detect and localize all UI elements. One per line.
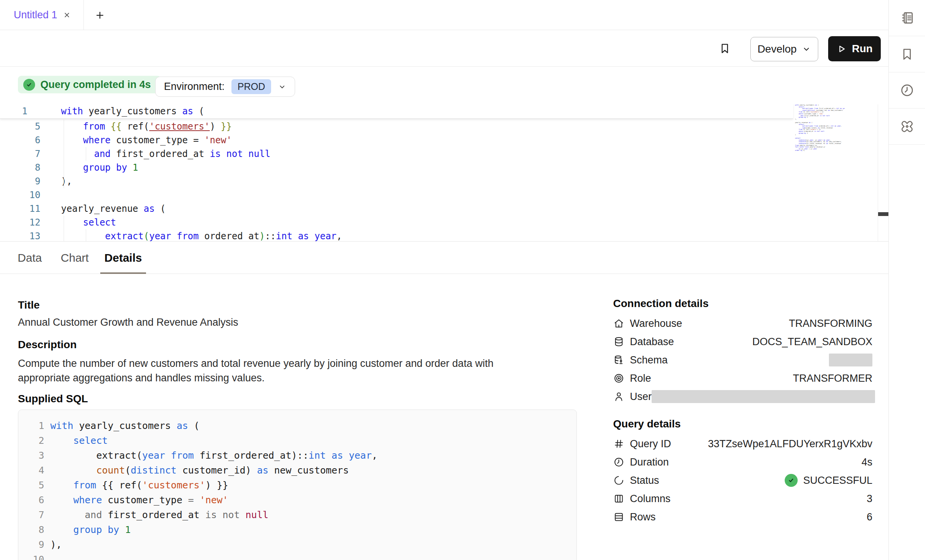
line-number: 1 <box>0 106 27 117</box>
right-sidebar <box>888 0 925 560</box>
detail-label: User <box>630 391 652 403</box>
spinner-icon <box>613 475 625 486</box>
tab-untitled-1[interactable]: Untitled 1 <box>0 0 84 30</box>
editor-sticky-line: 1with yearly_customers as ( <box>0 104 793 119</box>
environment-selector[interactable]: Environment: PROD <box>155 77 295 97</box>
sql-line-8: 8 group by 1 <box>18 522 577 537</box>
line-number: 6 <box>18 494 44 506</box>
code-line: from {{ ref('customers') }} <box>44 480 228 491</box>
sql-editor[interactable]: 1with yearly_customers as ( 5 from {{ re… <box>0 101 888 242</box>
code-line: ), <box>44 539 62 550</box>
chevron-down-icon <box>278 83 286 91</box>
sql-line-3: 3 extract(year from first_ordered_at)::i… <box>18 448 577 463</box>
detail-label: Query ID <box>630 438 671 450</box>
line-number: 8 <box>18 524 44 535</box>
code-line: from {{ ref('customers') }} <box>40 121 232 132</box>
line-number: 9 <box>18 539 44 550</box>
detail-row-role: RoleTRANSFORMER <box>613 369 872 387</box>
code-line: with yearly_customers as ( <box>44 420 199 431</box>
tab-label: Chart <box>61 251 88 264</box>
code-line: select <box>44 435 108 446</box>
line-number: 6 <box>0 135 40 146</box>
line-number: 10 <box>0 190 40 200</box>
develop-dropdown[interactable]: Develop <box>750 37 818 61</box>
check-icon <box>23 79 35 91</box>
success-check-icon <box>785 474 798 487</box>
run-button[interactable]: Run <box>828 36 881 61</box>
description-heading: Description <box>18 339 77 351</box>
code-line: extract(year from first_ordered_at)::int… <box>44 450 377 461</box>
detail-label: Status <box>630 475 659 486</box>
tab-details[interactable]: Details <box>100 242 146 274</box>
editor-scrollbar-thumb[interactable] <box>878 212 888 216</box>
code-line: ), <box>40 176 72 187</box>
detail-label: Role <box>630 373 651 384</box>
sql-line-9: 9), <box>18 537 577 552</box>
code-line: group by 1 <box>44 524 131 535</box>
sidebar-dbt-button[interactable] <box>889 109 925 145</box>
role-icon <box>613 373 625 384</box>
tab-label: Untitled 1 <box>14 9 57 21</box>
connection-details-heading: Connection details <box>613 298 708 310</box>
detail-label: Warehouse <box>630 318 682 330</box>
bookmark-icon[interactable] <box>718 42 731 55</box>
tab-label: Data <box>18 251 42 264</box>
editor-line-8: 8 group by 1 <box>0 161 888 174</box>
tab-data[interactable]: Data <box>10 242 49 274</box>
editor-line-6: 6 where customer_type = 'new' <box>0 133 888 147</box>
environment-value-badge: PROD <box>231 79 271 94</box>
editor-line-5: 5 from {{ ref('customers') }} <box>0 120 888 133</box>
supplied-sql-heading: Supplied SQL <box>18 393 88 405</box>
query-status-badge: Query completed in 4s <box>18 76 161 93</box>
detail-value: TRANSFORMER <box>793 373 873 384</box>
line-number: 7 <box>18 509 44 520</box>
indent-guide <box>86 147 86 161</box>
line-number: 4 <box>18 465 44 476</box>
sidebar-history-button[interactable] <box>889 72 925 109</box>
sql-line-6: 6 where customer_type = 'new' <box>18 493 577 507</box>
sql-line-10: 10 <box>18 552 577 560</box>
detail-row-rows: Rows6 <box>613 508 872 526</box>
editor-line-7: 7 and first_ordered_at is not null <box>0 147 888 161</box>
rows-icon <box>613 511 625 523</box>
line-number: 10 <box>18 554 44 560</box>
close-icon[interactable] <box>63 11 71 19</box>
tab-bar: Untitled 1 <box>0 0 888 30</box>
detail-row-columns: Columns3 <box>613 490 872 508</box>
line-number: 1 <box>18 420 44 431</box>
indent-guide <box>86 229 86 242</box>
sql-line-5: 5 from {{ ref('customers') }} <box>18 478 577 493</box>
line-number: 9 <box>0 176 40 187</box>
sidebar-notebook-button[interactable] <box>889 0 925 36</box>
warehouse-icon <box>613 318 625 329</box>
line-number: 12 <box>0 217 40 228</box>
details-panel: Title Annual Customer Growth and Revenue… <box>0 274 888 560</box>
new-tab-button[interactable] <box>88 0 111 30</box>
duration-icon <box>613 456 625 468</box>
tab-label: Details <box>104 251 142 264</box>
code-line: and first_ordered_at is not null <box>44 509 268 520</box>
code-line: where customer_type = 'new' <box>44 494 228 506</box>
editor-minimap[interactable]: with yearly_customers as ( select extrac… <box>795 104 845 156</box>
play-icon <box>836 44 846 54</box>
line-number: 5 <box>0 121 40 132</box>
status-value: SUCCESSFUL <box>785 474 872 487</box>
develop-label: Develop <box>758 43 797 55</box>
editor-scrollbar-track[interactable] <box>878 104 888 242</box>
plus-icon <box>94 10 106 21</box>
sidebar-bookmark-button[interactable] <box>889 36 925 72</box>
notebook-icon <box>899 10 915 26</box>
detail-value: 6 <box>867 511 872 523</box>
code-line: where customer_type = 'new' <box>40 135 232 146</box>
supplied-sql-block: 1with yearly_customers as (2 select3 ext… <box>18 410 577 560</box>
detail-row-duration: Duration4s <box>613 453 872 471</box>
dbt-icon <box>899 119 915 134</box>
indent-guide <box>64 216 64 242</box>
sql-line-2: 2 select <box>18 433 577 448</box>
detail-value: DOCS_TEAM_SANDBOX <box>752 336 872 348</box>
editor-lines: 5 from {{ ref('customers') }}6 where cus… <box>0 120 888 242</box>
hash-icon <box>613 438 625 450</box>
code-line: with yearly_customers as ( <box>27 106 204 117</box>
query-details-heading: Query details <box>613 418 681 430</box>
tab-chart[interactable]: Chart <box>54 242 96 274</box>
